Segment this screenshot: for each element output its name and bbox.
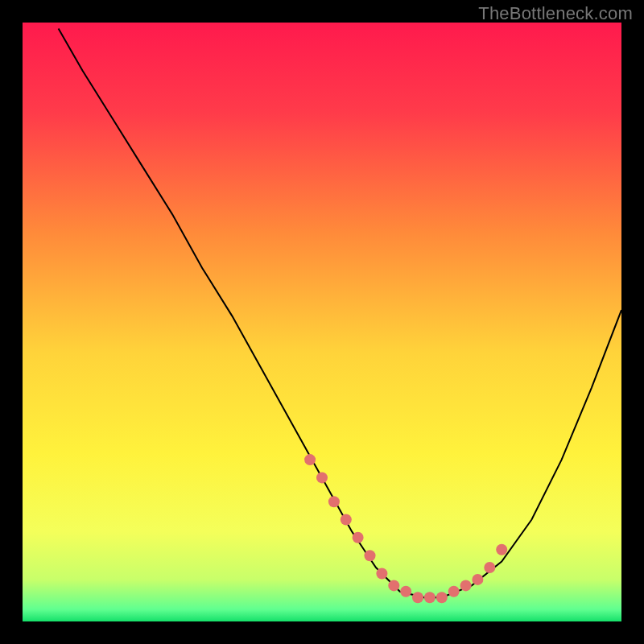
curve-marker (341, 514, 352, 526)
curve-marker (328, 496, 340, 507)
watermark-text: TheBottleneck.com (478, 3, 633, 24)
curve-marker (304, 454, 316, 465)
curve-marker (376, 568, 387, 580)
curve-marker (412, 592, 423, 603)
curve-marker (424, 592, 436, 603)
curve-marker (484, 562, 495, 573)
curve-marker (472, 574, 483, 585)
plot-background (23, 23, 621, 621)
curve-marker (400, 586, 411, 597)
curve-marker (436, 592, 448, 603)
curve-marker (460, 580, 472, 591)
curve-marker (448, 586, 460, 597)
curve-marker (388, 580, 399, 591)
curve-marker (316, 472, 328, 483)
curve-marker (365, 550, 376, 561)
curve-marker (353, 532, 364, 543)
curve-marker (496, 544, 507, 555)
bottleneck-curve-chart (0, 0, 644, 644)
chart-frame: TheBottleneck.com (0, 0, 644, 644)
